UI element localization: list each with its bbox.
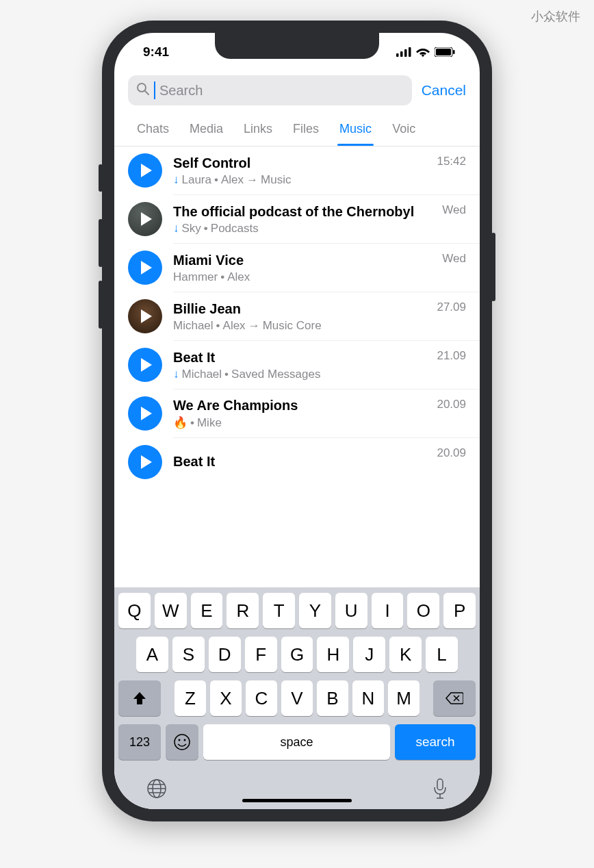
tabs: Chats Media Links Files Music Voic [114,112,480,146]
notch [215,33,379,59]
fire-icon: 🔥 [173,416,188,430]
key-o[interactable]: O [407,593,439,628]
play-button[interactable] [128,153,162,188]
item-time: Wed [442,203,466,217]
forward-icon: → [248,319,260,333]
svg-point-4 [422,54,424,57]
key-v[interactable]: V [281,680,313,716]
sub-text: Mike [197,416,222,430]
key-c[interactable]: C [246,680,277,716]
forward-icon: → [246,173,258,187]
key-q[interactable]: Q [118,593,151,628]
numbers-key[interactable]: 123 [118,724,161,760]
wifi-icon [416,47,430,57]
list-item[interactable]: We Are Champions🔥 • Mike20.09 [114,390,480,437]
globe-icon[interactable] [146,778,168,802]
backspace-key[interactable] [433,680,476,716]
key-y[interactable]: Y [299,593,331,628]
key-s[interactable]: S [172,637,205,672]
cancel-button[interactable]: Cancel [422,82,466,99]
key-b[interactable]: B [317,680,348,716]
screen: 9:41 Cancel [114,33,480,809]
svg-point-13 [179,739,181,741]
list-item[interactable]: Beat It↓ Michael • Saved Messages21.09 [114,341,480,389]
list-item[interactable]: Self Control↓ Laura • Alex →Music15:42 [114,146,480,194]
play-button[interactable] [128,251,162,285]
play-button[interactable] [128,396,162,431]
keyboard: QWERTYUIOP ASDFGHJKL ZXCVBNM 123 space s… [114,587,480,809]
home-indicator[interactable] [242,799,352,802]
svg-point-8 [138,84,146,92]
item-body: Beat It [173,453,426,472]
item-time: Wed [442,252,466,266]
svg-line-9 [145,91,148,94]
sub-text: Alex [221,173,244,187]
sub-text: Music Core [263,319,322,333]
key-g[interactable]: G [281,637,313,672]
tab-media[interactable]: Media [179,118,233,146]
shift-key[interactable] [118,680,161,716]
item-time: 20.09 [437,446,466,460]
tab-files[interactable]: Files [283,118,329,146]
key-j[interactable]: J [353,637,385,672]
svg-rect-2 [404,49,407,57]
key-a[interactable]: A [136,637,168,672]
play-icon [141,212,152,226]
mic-icon[interactable] [432,778,448,802]
key-l[interactable]: L [426,637,458,672]
tab-links[interactable]: Links [233,118,283,146]
tab-voice[interactable]: Voic [382,118,426,146]
key-u[interactable]: U [335,593,367,628]
tab-chats[interactable]: Chats [127,118,179,146]
play-button[interactable] [128,348,162,382]
key-z[interactable]: Z [175,680,206,716]
cellular-icon [396,47,411,57]
key-h[interactable]: H [317,637,349,672]
search-input[interactable] [159,83,404,99]
music-list[interactable]: Self Control↓ Laura • Alex →Music15:42Th… [114,146,480,587]
sub-text: Alex [223,319,246,333]
play-icon [141,164,152,177]
item-time: 20.09 [437,398,466,411]
list-item[interactable]: Billie JeanMichael • Alex →Music Core27.… [114,292,480,340]
key-p[interactable]: P [443,593,476,628]
search-key[interactable]: search [395,724,476,760]
watermark-text: 小众软件 [531,8,580,25]
key-w[interactable]: W [155,593,187,628]
key-m[interactable]: M [388,680,419,716]
key-n[interactable]: N [352,680,384,716]
sub-text: • [216,319,220,333]
key-x[interactable]: X [210,680,242,716]
play-button[interactable] [128,299,162,333]
item-subtitle: ↓ Laura • Alex →Music [173,173,426,187]
key-e[interactable]: E [191,593,223,628]
list-item[interactable]: Miami ViceHammer • AlexWed [114,244,480,292]
play-button[interactable] [128,202,162,236]
item-body: Miami ViceHammer • Alex [173,252,431,284]
key-f[interactable]: F [245,637,277,672]
item-title: Self Control [173,155,426,172]
item-body: Beat It↓ Michael • Saved Messages [173,349,426,381]
svg-rect-1 [400,51,403,57]
key-d[interactable]: D [209,637,241,672]
key-t[interactable]: T [263,593,295,628]
list-item[interactable]: Beat It20.09 [114,438,480,486]
svg-rect-6 [436,49,451,55]
item-title: Miami Vice [173,252,431,269]
sub-text: Hammer [173,270,218,284]
item-time: 21.09 [437,349,466,363]
side-button [99,281,103,329]
emoji-key[interactable] [166,724,198,760]
side-button [491,233,495,301]
space-key[interactable]: space [203,724,390,760]
key-r[interactable]: R [227,593,259,628]
item-title: Beat It [173,453,426,470]
key-i[interactable]: I [372,593,404,628]
play-button[interactable] [128,445,162,479]
tab-music[interactable]: Music [329,118,382,146]
search-box[interactable] [128,75,412,105]
item-subtitle: Hammer • Alex [173,270,431,284]
list-item[interactable]: The official podcast of the Chernobyl↓ S… [114,195,480,243]
svg-rect-3 [409,47,411,57]
key-k[interactable]: K [389,637,422,672]
